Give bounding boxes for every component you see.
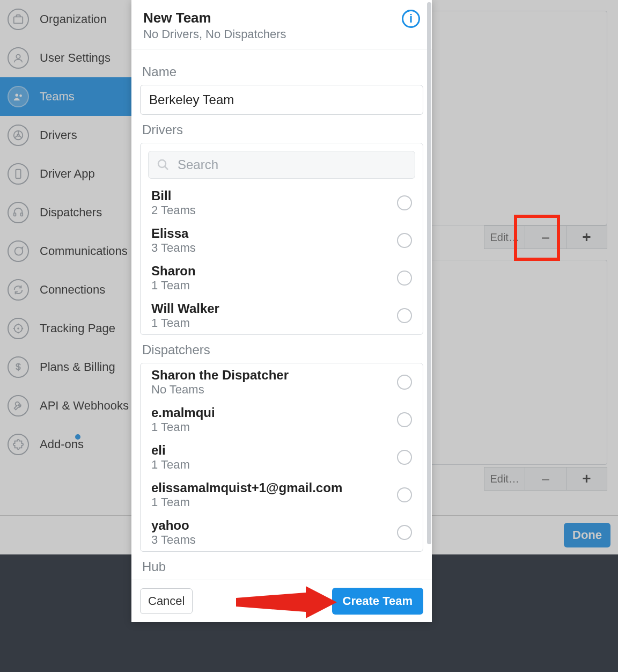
svg-point-11 (158, 160, 166, 167)
select-radio[interactable] (397, 308, 412, 323)
modal-header: New Team No Drivers, No Dispatchers i (131, 0, 432, 49)
driver-name: Elissa (151, 226, 196, 241)
name-label: Name (142, 64, 421, 79)
dispatcher-sub: No Teams (151, 383, 289, 397)
dispatcher-row[interactable]: eli1 Team (141, 439, 423, 476)
driver-name: Will Walker (151, 301, 219, 316)
dispatcher-sub: 3 Teams (151, 533, 196, 547)
select-radio[interactable] (397, 412, 412, 427)
select-radio[interactable] (397, 487, 412, 502)
dispatchers-listbox: Sharon the DispatcherNo Teams e.malmqui1… (140, 363, 423, 552)
dispatcher-name: e.malmqui (151, 405, 215, 420)
team-name-input[interactable] (140, 85, 423, 115)
drivers-label: Drivers (142, 122, 421, 137)
driver-row[interactable]: Sharon1 Team (141, 259, 423, 297)
select-radio[interactable] (397, 525, 412, 540)
dispatchers-label: Dispatchers (142, 342, 421, 357)
driver-sub: 1 Team (151, 316, 219, 330)
dispatcher-sub: 1 Team (151, 495, 342, 509)
driver-row[interactable]: Elissa3 Teams (141, 222, 423, 259)
dispatcher-sub: 1 Team (151, 420, 215, 434)
driver-sub: 3 Teams (151, 241, 196, 255)
dispatcher-name: elissamalmquist+1@gmail.com (151, 480, 342, 495)
select-radio[interactable] (397, 195, 412, 210)
dispatcher-row[interactable]: Sharon the DispatcherNo Teams (141, 363, 423, 401)
dispatcher-row[interactable]: elissamalmquist+1@gmail.com1 Team (141, 476, 423, 514)
select-radio[interactable] (397, 375, 412, 390)
dispatcher-row[interactable]: e.malmqui1 Team (141, 401, 423, 439)
select-radio[interactable] (397, 271, 412, 286)
modal-subtitle: No Drivers, No Dispatchers (143, 27, 286, 41)
new-team-modal: New Team No Drivers, No Dispatchers i Na… (131, 0, 432, 622)
scrollbar[interactable] (427, 2, 431, 544)
dispatcher-name: eli (151, 443, 190, 458)
modal-title: New Team (143, 10, 286, 26)
modal-footer: Cancel Create Team (131, 580, 432, 622)
driver-row[interactable]: Will Walker1 Team (141, 297, 423, 334)
dispatcher-name: yahoo (151, 518, 196, 533)
info-icon[interactable]: i (402, 10, 420, 28)
drivers-listbox: Bill2 Teams Elissa3 Teams Sharon1 Team W… (140, 143, 423, 335)
dispatcher-row[interactable]: yahoo3 Teams (141, 514, 423, 551)
driver-name: Bill (151, 188, 196, 203)
search-icon (157, 158, 170, 173)
select-radio[interactable] (397, 233, 412, 248)
cancel-button[interactable]: Cancel (140, 588, 193, 614)
driver-search-input[interactable] (148, 151, 415, 179)
dispatcher-name: Sharon the Dispatcher (151, 368, 289, 383)
driver-row[interactable]: Bill2 Teams (141, 184, 423, 222)
select-radio[interactable] (397, 450, 412, 465)
driver-sub: 1 Team (151, 279, 196, 293)
hub-label: Hub (142, 559, 421, 574)
dispatcher-sub: 1 Team (151, 458, 190, 472)
driver-name: Sharon (151, 264, 196, 279)
driver-sub: 2 Teams (151, 203, 196, 217)
create-team-button[interactable]: Create Team (332, 588, 423, 615)
